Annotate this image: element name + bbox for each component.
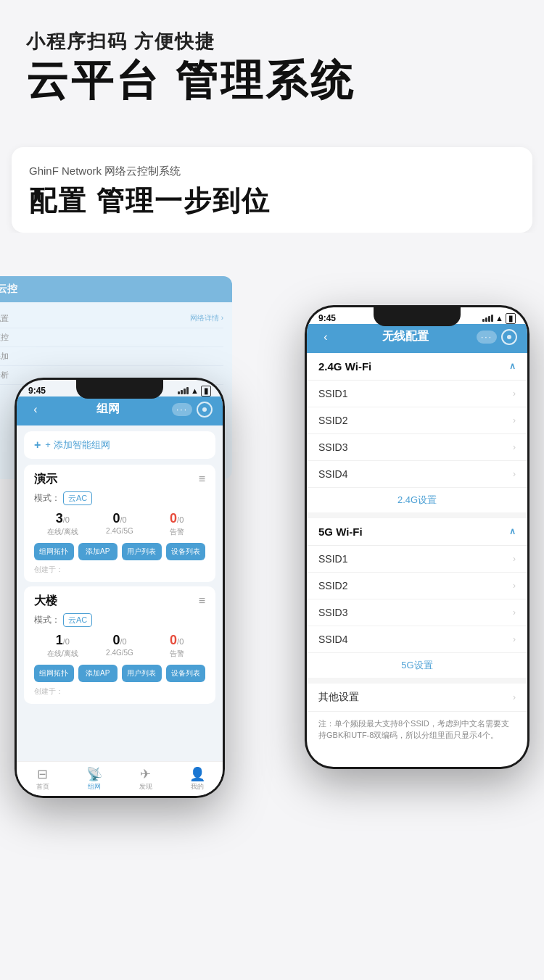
profile-icon: 👤 [189,768,205,781]
group-card-2-header: 大楼 ≡ [34,594,205,609]
tab-network-label: 组网 [88,782,101,792]
bg-row: 智能添加 [0,347,223,366]
wifi-5-section: 5G Wi-Fi ∧ SSID1 › SSID2 › SSID3 › [307,518,527,678]
battery-icon: ▮ [201,386,211,396]
stat-label-wifi-1: 2.4G/5G [91,527,149,535]
ssid-24-2[interactable]: SSID2 › [307,407,527,434]
user-list-btn-1[interactable]: 用户列表 [122,543,162,560]
wireless-content: 2.4G Wi-Fi ∧ SSID1 › SSID2 › SSID3 › [307,353,527,747]
ssid-24-1-chevron: › [513,389,516,399]
section2-brand: GhinF Network 网络云控制系统 [29,165,515,178]
status-icons-right: ▲ ▮ [482,313,516,324]
group-creator-1: 创建于： [34,565,205,575]
wifi-icon: ▲ [191,386,199,395]
group-stats-2: 1/0 在线/离线 0/0 2.4G/5G 0/0 告警 [34,633,205,659]
ssid-24-3[interactable]: SSID3 › [307,434,527,461]
group-actions-1: 组网拓扑 添加AP 用户列表 设备列表 [34,543,205,560]
group-creator-2: 创建于： [34,686,205,697]
phones-container: GhinF 云控 网络配置 网络详情 › 状态监控 智能添加 统计分析 [0,233,544,863]
mode-label-2: 模式： [34,614,60,626]
device-list-btn-2[interactable]: 设备列表 [166,665,206,682]
app-header-right: ‹ 无线配置 ··· [307,324,527,353]
section-divider-1 [307,512,527,518]
mode-label-1: 模式： [34,492,60,504]
app-title-left: 组网 [44,402,172,417]
wifi-24-settings-link[interactable]: 2.4G设置 [307,488,527,512]
phone-left: 9:45 ▲ ▮ ‹ 组网 ··· [15,378,225,798]
stat-label-warn-2: 告警 [148,649,205,659]
other-settings-item[interactable]: 其他设置 › [307,684,527,712]
add-ap-btn-1[interactable]: 添加AP [78,543,118,560]
stat-wifi-2: 0/0 2.4G/5G [91,633,149,659]
group-mode-1: 模式： 云AC [34,491,205,505]
tab-profile[interactable]: 👤 我的 [171,768,223,792]
app-header-left: ‹ 组网 ··· [17,396,223,425]
group-card-2: 大楼 ≡ 模式： 云AC 1/0 在线/离线 0/0 2.4G/5G [24,586,215,704]
stat-value-online-1: 3/0 [34,511,91,526]
other-settings-label: 其他设置 [318,691,359,704]
stat-warn-2: 0/0 告警 [148,633,205,659]
ssid-24-3-chevron: › [513,442,516,452]
stat-online-1: 3/0 在线/离线 [34,511,91,537]
network-icon: 📡 [86,768,102,781]
chevron-24: ∧ [509,361,516,371]
note-text: 注：单个频段最大支持8个SSID，考虑到中文名需要支持GBK和UTF-8双编码，… [307,712,527,747]
bg-row: 状态监控 [0,328,223,347]
add-label: + 添加智能组网 [45,439,110,452]
menu-icon-1[interactable]: ≡ [199,473,205,486]
topo-btn-2[interactable]: 组网拓扑 [34,665,74,682]
ssid-5-1-label: SSID1 [318,553,347,565]
add-network-btn[interactable]: + + 添加智能组网 [24,431,215,459]
wifi-24-header: 2.4G Wi-Fi ∧ [307,353,527,381]
stat-label-online-1: 在线/离线 [34,527,91,537]
group-actions-2: 组网拓扑 添加AP 用户列表 设备列表 [34,665,205,682]
wifi-icon-right: ▲ [495,314,503,323]
tab-bar-left: ⊟ 首页 📡 组网 ✈ 发现 👤 我的 [17,761,223,796]
battery-icon-right: ▮ [506,313,516,324]
mode-value-1: 云AC [63,491,92,505]
phone-right-inner: 9:45 ▲ ▮ ‹ 无线配置 ··· [307,307,527,767]
group-stats-1: 3/0 在线/离线 0/0 2.4G/5G 0/0 告警 [34,511,205,537]
stat-value-wifi-1: 0/0 [91,511,149,526]
ssid-5-2[interactable]: SSID2 › [307,573,527,599]
bg-screen-logo: GhinF 云控 [0,283,17,296]
back-icon-right[interactable]: ‹ [317,328,334,346]
tab-profile-label: 我的 [191,782,204,792]
header-dots-right[interactable]: ··· [477,331,497,344]
ssid-24-1[interactable]: SSID1 › [307,381,527,407]
wifi-24-section: 2.4G Wi-Fi ∧ SSID1 › SSID2 › SSID3 › [307,353,527,512]
header-target-right[interactable] [501,329,517,345]
phone-notch-left [76,380,163,399]
status-time-right: 9:45 [318,313,336,323]
wifi-5-settings-link[interactable]: 5G设置 [307,653,527,678]
ssid-5-3[interactable]: SSID3 › [307,599,527,626]
tab-discover[interactable]: ✈ 发现 [120,768,171,792]
topo-btn-1[interactable]: 组网拓扑 [34,543,74,560]
section2: GhinF Network 网络云控制系统 配置 管理一步到位 [12,147,532,233]
stat-online-2: 1/0 在线/离线 [34,633,91,659]
ssid-5-4-chevron: › [513,634,516,644]
home-icon: ⊟ [37,768,48,781]
hero-subtitle: 小程序扫码 方便快捷 [26,29,518,54]
ssid-5-4[interactable]: SSID4 › [307,626,527,653]
header-target-left[interactable] [197,402,213,418]
hero-section: 小程序扫码 方便快捷 云平台 管理系统 [0,0,544,147]
menu-icon-2[interactable]: ≡ [199,594,205,607]
tab-home[interactable]: ⊟ 首页 [17,768,68,792]
add-ap-btn-2[interactable]: 添加AP [78,665,118,682]
plus-icon: + [34,439,41,452]
section-divider-2 [307,678,527,684]
group-card-1: 演示 ≡ 模式： 云AC 3/0 在线/离线 0/0 2.4G/5G [24,465,215,582]
user-list-btn-2[interactable]: 用户列表 [122,665,162,682]
tab-network[interactable]: 📡 组网 [68,768,120,792]
stat-warn-1: 0/0 告警 [148,511,205,537]
device-list-btn-1[interactable]: 设备列表 [166,543,206,560]
back-icon-left[interactable]: ‹ [27,401,44,418]
tab-discover-label: 发现 [139,782,152,792]
ssid-24-2-label: SSID2 [318,415,347,426]
stat-value-wifi-2: 0/0 [91,633,149,648]
stat-value-warn-1: 0/0 [148,511,205,526]
ssid-24-4[interactable]: SSID4 › [307,461,527,488]
header-dots-left[interactable]: ··· [172,403,192,416]
ssid-5-1[interactable]: SSID1 › [307,546,527,573]
